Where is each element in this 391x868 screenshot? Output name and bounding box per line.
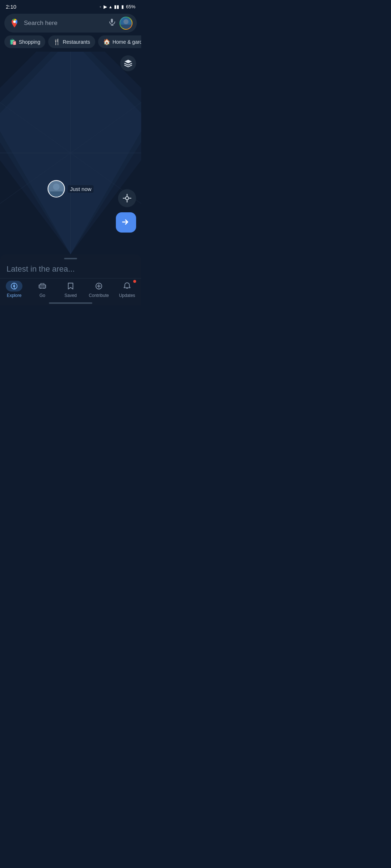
svg-point-17 <box>53 183 59 190</box>
bluetooth-icon: ◦ <box>100 4 101 9</box>
chip-home-garden[interactable]: 🏠 Home & garden <box>98 35 141 48</box>
map-area[interactable]: Just now <box>0 52 141 254</box>
explore-label: Explore <box>7 293 22 298</box>
svg-point-25 <box>13 285 15 287</box>
nav-item-saved[interactable]: Saved <box>56 281 85 298</box>
shopping-icon: 🛍️ <box>9 38 17 45</box>
svg-point-1 <box>13 21 16 23</box>
saved-icon-wrap <box>62 281 79 292</box>
svg-point-28 <box>43 288 45 289</box>
status-bar: 2:10 ◦ ▶ ▴ ▮▮ ▮ 65% <box>0 0 141 12</box>
go-icon <box>38 282 46 290</box>
svg-point-19 <box>126 197 129 200</box>
updates-label: Updates <box>119 293 135 298</box>
chip-restaurants-label: Restaurants <box>63 39 90 45</box>
contribute-icon <box>95 282 103 290</box>
go-label: Go <box>39 293 45 298</box>
explore-icon <box>10 282 18 290</box>
restaurants-icon: 🍴 <box>53 38 60 45</box>
bottom-sheet-handle[interactable] <box>64 258 77 259</box>
svg-point-27 <box>40 288 42 289</box>
status-time: 2:10 <box>6 4 16 10</box>
nav-item-go[interactable]: Go <box>28 281 56 298</box>
chip-shopping[interactable]: 🛍️ Shopping <box>4 35 45 48</box>
svg-point-6 <box>123 19 129 24</box>
updates-icon-wrap <box>119 281 135 292</box>
updates-icon <box>123 282 131 290</box>
bottom-sheet: Latest in the area... Explore <box>0 254 141 305</box>
status-icons: ◦ ▶ ▴ ▮▮ ▮ 65% <box>100 4 135 9</box>
nav-item-contribute[interactable]: Contribute <box>85 281 113 298</box>
nav-item-explore[interactable]: Explore <box>0 281 28 298</box>
avatar[interactable] <box>119 17 133 30</box>
navigate-button[interactable] <box>116 212 136 233</box>
search-bar[interactable]: Search here <box>4 14 137 33</box>
svg-rect-26 <box>39 285 46 288</box>
updates-badge <box>133 280 136 283</box>
signal-icon: ▮▮ <box>114 4 119 9</box>
saved-label: Saved <box>64 293 77 298</box>
latest-text: Latest in the area... <box>0 261 141 278</box>
layers-button[interactable] <box>120 55 136 71</box>
svg-rect-7 <box>120 25 132 29</box>
google-maps-logo <box>9 17 20 29</box>
chip-shopping-label: Shopping <box>19 39 40 45</box>
bottom-nav: Explore Go Saved <box>0 278 141 302</box>
saved-icon <box>67 282 75 290</box>
home-indicator <box>49 302 92 304</box>
nav-item-updates[interactable]: Updates <box>113 281 141 298</box>
home-garden-icon: 🏠 <box>103 38 110 45</box>
search-input[interactable]: Search here <box>24 20 104 27</box>
marker-avatar <box>47 180 65 197</box>
battery-icon: ▮ <box>121 4 124 9</box>
explore-icon-wrap <box>6 281 22 292</box>
svg-rect-18 <box>50 191 63 197</box>
battery-percent: 65% <box>126 4 135 9</box>
location-marker: Just now <box>47 180 93 197</box>
svg-rect-2 <box>111 19 113 23</box>
contribute-icon-wrap <box>91 281 107 292</box>
mic-icon[interactable] <box>108 18 116 28</box>
wifi-icon: ▴ <box>109 4 112 9</box>
chip-restaurants[interactable]: 🍴 Restaurants <box>48 35 95 48</box>
go-icon-wrap <box>34 281 51 292</box>
contribute-label: Contribute <box>89 293 109 298</box>
chip-home-garden-label: Home & garden <box>113 39 141 45</box>
chips-row: 🛍️ Shopping 🍴 Restaurants 🏠 Home & garde… <box>0 35 141 52</box>
marker-label: Just now <box>68 185 93 193</box>
location-icon: ▶ <box>104 4 107 9</box>
gps-button[interactable] <box>118 189 136 207</box>
